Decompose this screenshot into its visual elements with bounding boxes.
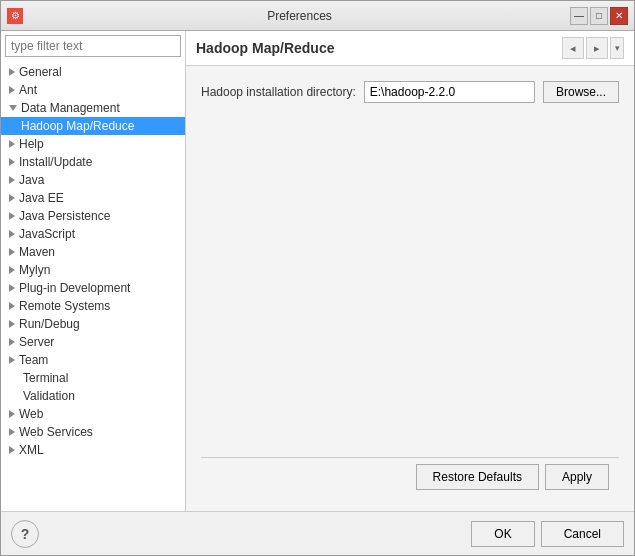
sidebar: General Ant Data Management Hadoop Map/R…: [1, 31, 186, 511]
sidebar-item-label: Remote Systems: [19, 299, 110, 313]
browse-button[interactable]: Browse...: [543, 81, 619, 103]
sidebar-item-label: Server: [19, 335, 54, 349]
sidebar-item-install-update[interactable]: Install/Update: [1, 153, 185, 171]
arrow-icon: [9, 105, 17, 111]
sidebar-item-java[interactable]: Java: [1, 171, 185, 189]
hadoop-dir-input[interactable]: [364, 81, 535, 103]
sidebar-item-validation[interactable]: Validation: [1, 387, 185, 405]
cancel-button[interactable]: Cancel: [541, 521, 624, 547]
panel-body: Hadoop installation directory: Browse...…: [186, 66, 634, 511]
minimize-button[interactable]: —: [570, 7, 588, 25]
sidebar-item-label: Team: [19, 353, 48, 367]
title-bar: ⚙ Preferences — □ ✕: [1, 1, 634, 31]
sidebar-item-label: Web Services: [19, 425, 93, 439]
app-icon: ⚙: [7, 8, 23, 24]
footer-buttons: OK Cancel: [471, 521, 624, 547]
arrow-icon: [9, 284, 15, 292]
bottom-actions: Restore Defaults Apply: [201, 457, 619, 496]
arrow-icon: [9, 158, 15, 166]
help-button[interactable]: ?: [11, 520, 39, 548]
sidebar-item-label: Java EE: [19, 191, 64, 205]
sidebar-item-web-services[interactable]: Web Services: [1, 423, 185, 441]
arrow-icon: [9, 86, 15, 94]
arrow-icon: [9, 428, 15, 436]
arrow-icon: [9, 320, 15, 328]
nav-forward-button[interactable]: ▸: [586, 37, 608, 59]
sidebar-item-hadoop-map-reduce[interactable]: Hadoop Map/Reduce: [1, 117, 185, 135]
sidebar-item-label: Data Management: [21, 101, 120, 115]
sidebar-item-label: Install/Update: [19, 155, 92, 169]
sidebar-item-team[interactable]: Team: [1, 351, 185, 369]
sidebar-item-java-ee[interactable]: Java EE: [1, 189, 185, 207]
apply-button[interactable]: Apply: [545, 464, 609, 490]
right-panel: Hadoop Map/Reduce ◂ ▸ ▾ Hadoop installat…: [186, 31, 634, 511]
sidebar-item-remote-systems[interactable]: Remote Systems: [1, 297, 185, 315]
sidebar-item-label: XML: [19, 443, 44, 457]
sidebar-item-server[interactable]: Server: [1, 333, 185, 351]
panel-nav: ◂ ▸ ▾: [562, 37, 624, 59]
arrow-icon: [9, 194, 15, 202]
maximize-button[interactable]: □: [590, 7, 608, 25]
sidebar-item-label: Java Persistence: [19, 209, 110, 223]
sidebar-item-java-persistence[interactable]: Java Persistence: [1, 207, 185, 225]
arrow-icon: [9, 266, 15, 274]
panel-header: Hadoop Map/Reduce ◂ ▸ ▾: [186, 31, 634, 66]
sidebar-item-mylyn[interactable]: Mylyn: [1, 261, 185, 279]
filter-input[interactable]: [5, 35, 181, 57]
sidebar-item-label: JavaScript: [19, 227, 75, 241]
arrow-icon: [9, 302, 15, 310]
arrow-icon: [9, 410, 15, 418]
sidebar-item-label: Ant: [19, 83, 37, 97]
sidebar-item-plugin-development[interactable]: Plug-in Development: [1, 279, 185, 297]
tree-area: General Ant Data Management Hadoop Map/R…: [1, 61, 185, 511]
close-button[interactable]: ✕: [610, 7, 628, 25]
preferences-window: ⚙ Preferences — □ ✕ General Ant: [0, 0, 635, 556]
sidebar-item-label: Hadoop Map/Reduce: [21, 119, 134, 133]
panel-spacer: [201, 113, 619, 457]
sidebar-item-label: Help: [19, 137, 44, 151]
nav-dropdown-button[interactable]: ▾: [610, 37, 624, 59]
sidebar-item-label: Maven: [19, 245, 55, 259]
arrow-icon: [9, 176, 15, 184]
arrow-icon: [9, 446, 15, 454]
sidebar-item-javascript[interactable]: JavaScript: [1, 225, 185, 243]
arrow-icon: [9, 356, 15, 364]
panel-title: Hadoop Map/Reduce: [196, 40, 334, 56]
sidebar-item-run-debug[interactable]: Run/Debug: [1, 315, 185, 333]
arrow-icon: [9, 140, 15, 148]
sidebar-item-label: Validation: [23, 389, 75, 403]
arrow-icon: [9, 68, 15, 76]
arrow-icon: [9, 230, 15, 238]
sidebar-item-maven[interactable]: Maven: [1, 243, 185, 261]
restore-defaults-button[interactable]: Restore Defaults: [416, 464, 539, 490]
sidebar-item-label: Java: [19, 173, 44, 187]
main-content: General Ant Data Management Hadoop Map/R…: [1, 31, 634, 511]
sidebar-item-label: Web: [19, 407, 43, 421]
sidebar-item-web[interactable]: Web: [1, 405, 185, 423]
sidebar-item-label: Mylyn: [19, 263, 50, 277]
arrow-icon: [9, 248, 15, 256]
nav-back-button[interactable]: ◂: [562, 37, 584, 59]
sidebar-item-ant[interactable]: Ant: [1, 81, 185, 99]
sidebar-item-data-management[interactable]: Data Management: [1, 99, 185, 117]
sidebar-item-label: Run/Debug: [19, 317, 80, 331]
window-controls: — □ ✕: [570, 7, 628, 25]
ok-button[interactable]: OK: [471, 521, 534, 547]
arrow-icon: [9, 338, 15, 346]
sidebar-item-xml[interactable]: XML: [1, 441, 185, 459]
arrow-icon: [9, 212, 15, 220]
sidebar-item-label: Terminal: [23, 371, 68, 385]
sidebar-item-general[interactable]: General: [1, 63, 185, 81]
hadoop-dir-label: Hadoop installation directory:: [201, 85, 356, 99]
sidebar-item-help[interactable]: Help: [1, 135, 185, 153]
sidebar-item-terminal[interactable]: Terminal: [1, 369, 185, 387]
sidebar-item-label: General: [19, 65, 62, 79]
hadoop-dir-row: Hadoop installation directory: Browse...: [201, 81, 619, 103]
sidebar-item-label: Plug-in Development: [19, 281, 130, 295]
footer: ? OK Cancel: [1, 511, 634, 555]
window-title: Preferences: [29, 9, 570, 23]
